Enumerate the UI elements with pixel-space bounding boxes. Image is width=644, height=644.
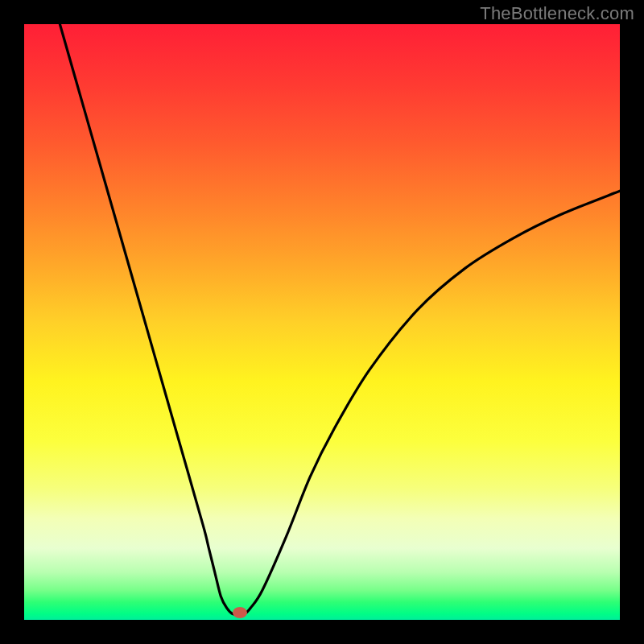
watermark-text: TheBottleneck.com	[480, 3, 634, 24]
optimum-marker	[233, 607, 247, 618]
chart-frame: TheBottleneck.com	[0, 0, 644, 644]
curve-svg	[24, 24, 620, 620]
plot-area	[24, 24, 620, 620]
bottleneck-curve	[60, 24, 620, 614]
